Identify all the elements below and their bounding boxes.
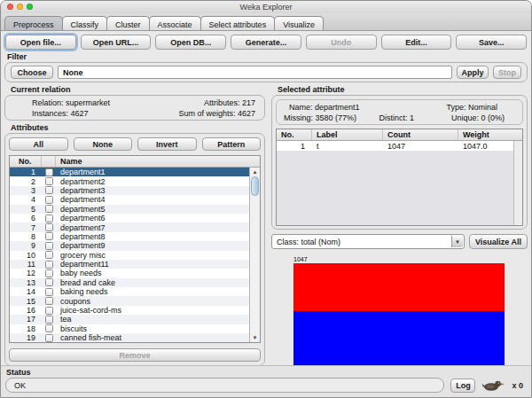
attribute-name: department4 bbox=[56, 195, 249, 204]
filter-title: Filter bbox=[7, 52, 531, 61]
filter-value-field[interactable]: None bbox=[58, 66, 452, 79]
attribute-checkbox[interactable] bbox=[42, 316, 56, 324]
toolbar-button[interactable]: Save... bbox=[456, 35, 527, 50]
attribute-row[interactable]: 12 baby needs bbox=[10, 269, 249, 277]
apply-filter-button[interactable]: Apply bbox=[457, 66, 489, 79]
tab[interactable]: Associate bbox=[149, 16, 201, 30]
window-title: Weka Explorer bbox=[240, 3, 293, 12]
column-header-name[interactable]: Name bbox=[56, 157, 260, 166]
close-window-button[interactable] bbox=[7, 4, 13, 10]
attribute-row[interactable]: 5 department5 bbox=[10, 205, 249, 214]
class-distribution-chart bbox=[293, 263, 505, 367]
attribute-name: grocery misc bbox=[56, 251, 249, 260]
attribute-row[interactable]: 3 department3 bbox=[10, 186, 249, 195]
attribute-row[interactable]: 16 juice-sat-cord-ms bbox=[10, 306, 249, 315]
attribute-checkbox[interactable] bbox=[42, 297, 56, 305]
choose-filter-button[interactable]: Choose bbox=[11, 66, 53, 79]
toolbar-button[interactable]: Open DB... bbox=[155, 35, 226, 50]
toolbar-button[interactable]: Undo bbox=[306, 35, 377, 50]
attribute-checkbox[interactable] bbox=[42, 205, 56, 213]
stop-filter-button[interactable]: Stop bbox=[493, 66, 521, 79]
attribute-select-button[interactable]: None bbox=[74, 137, 133, 151]
attribute-row[interactable]: 18 biscuits bbox=[10, 324, 249, 333]
column-header-no[interactable]: No. bbox=[10, 156, 42, 167]
status-message: OK bbox=[5, 378, 444, 393]
attribute-checkbox[interactable] bbox=[42, 251, 56, 259]
attribute-checkbox[interactable] bbox=[42, 288, 56, 296]
attribute-checkbox[interactable] bbox=[42, 278, 56, 286]
attribute-number: 4 bbox=[10, 195, 42, 204]
log-button[interactable]: Log bbox=[450, 378, 475, 393]
row-label: t bbox=[312, 142, 383, 151]
attribute-row[interactable]: 13 bread and cake bbox=[10, 278, 249, 287]
attribute-checkbox[interactable] bbox=[42, 261, 56, 269]
toolbar-button[interactable]: Edit... bbox=[381, 35, 452, 50]
attribute-row[interactable]: 6 department6 bbox=[10, 214, 249, 222]
scroll-down-icon[interactable]: ▼ bbox=[250, 333, 260, 342]
weka-bird-icon[interactable] bbox=[481, 378, 505, 392]
attribute-checkbox[interactable] bbox=[42, 177, 56, 185]
chevron-down-icon[interactable]: ▼ bbox=[451, 236, 463, 247]
column-header-count[interactable]: Count bbox=[383, 129, 458, 140]
attribute-row[interactable]: 2 department2 bbox=[10, 176, 249, 185]
attribute-row[interactable]: 11 department11 bbox=[10, 260, 249, 269]
attribute-checkbox[interactable] bbox=[42, 168, 56, 176]
class-dropdown[interactable]: Class: total (Nom) ▼ bbox=[271, 234, 465, 249]
attribute-checkbox[interactable] bbox=[42, 186, 56, 194]
attribute-row[interactable]: 19 canned fish-meat bbox=[10, 333, 249, 342]
attribute-stat-missing: Missing: 3580 (77%) bbox=[282, 113, 379, 122]
column-header-label[interactable]: Label bbox=[312, 129, 383, 140]
scroll-up-icon[interactable]: ▲ bbox=[250, 168, 260, 176]
tab[interactable]: Select attributes bbox=[200, 16, 276, 30]
attribute-row[interactable]: 7 department7 bbox=[10, 222, 249, 231]
attribute-checkbox[interactable] bbox=[42, 223, 56, 231]
attribute-stat-name: Name: department1 bbox=[282, 103, 379, 112]
attribute-name: department1 bbox=[56, 168, 249, 176]
attribute-checkbox[interactable] bbox=[42, 242, 56, 250]
attribute-checkbox[interactable] bbox=[42, 324, 56, 332]
attribute-select-button[interactable]: All bbox=[9, 137, 68, 151]
column-header-no[interactable]: No. bbox=[277, 129, 312, 140]
tab[interactable]: Cluster bbox=[106, 16, 150, 30]
attribute-row[interactable]: 15 coupons bbox=[10, 296, 249, 305]
tab-label: Visualize bbox=[283, 20, 315, 29]
window-titlebar[interactable]: Weka Explorer bbox=[1, 1, 531, 13]
column-header-weight[interactable]: Weight bbox=[458, 129, 522, 140]
attribute-name: bread and cake bbox=[56, 278, 249, 287]
minimize-window-button[interactable] bbox=[17, 4, 23, 10]
attribute-checkbox[interactable] bbox=[42, 307, 56, 315]
attribute-row[interactable]: 14 baking needs bbox=[10, 287, 249, 296]
visualize-all-button[interactable]: Visualize All bbox=[469, 234, 528, 249]
label-count-row[interactable]: 1 t 1047 1047.0 bbox=[277, 141, 522, 151]
attribute-row[interactable]: 17 tea bbox=[10, 315, 249, 324]
toolbar-button[interactable]: Open URL... bbox=[81, 35, 152, 50]
sum-of-weights: Sum of weights: 4627 bbox=[135, 109, 259, 118]
attribute-name: canned fish-meat bbox=[56, 333, 249, 342]
attribute-select-button[interactable]: Invert bbox=[137, 137, 197, 151]
attribute-checkbox[interactable] bbox=[42, 269, 56, 277]
attribute-name: department8 bbox=[56, 232, 249, 241]
attribute-row[interactable]: 4 department4 bbox=[10, 195, 249, 204]
attribute-row[interactable]: 9 department9 bbox=[10, 241, 249, 250]
tab[interactable]: Visualize bbox=[274, 16, 324, 30]
attribute-checkbox[interactable] bbox=[42, 196, 56, 204]
tab[interactable]: Classify bbox=[62, 16, 108, 30]
zoom-window-button[interactable] bbox=[27, 4, 33, 10]
attribute-row[interactable]: 10 grocery misc bbox=[10, 251, 249, 260]
label-counts-scrollbar[interactable] bbox=[513, 141, 522, 225]
toolbar-button[interactable]: Generate... bbox=[231, 35, 301, 50]
attribute-checkbox[interactable] bbox=[42, 334, 56, 342]
attribute-checkbox[interactable] bbox=[42, 232, 56, 240]
tab[interactable]: Preprocess bbox=[4, 16, 63, 30]
remove-attributes-button[interactable]: Remove bbox=[9, 348, 261, 362]
toolbar-button[interactable]: Open file... bbox=[5, 35, 76, 50]
column-header-checkbox[interactable] bbox=[42, 156, 56, 167]
attributes-scrollbar[interactable]: ▲ ▼ bbox=[249, 168, 260, 342]
scrollbar-thumb[interactable] bbox=[251, 176, 259, 196]
chart-wrap: 1047 bbox=[293, 256, 505, 367]
selected-attribute-panel: Name: department1 Type: Nominal Missing:… bbox=[271, 95, 528, 230]
attribute-row[interactable]: 8 department8 bbox=[10, 232, 249, 241]
attribute-select-button[interactable]: Pattern bbox=[202, 137, 262, 151]
attribute-checkbox[interactable] bbox=[42, 215, 56, 222]
attribute-row[interactable]: 1 department1 bbox=[10, 168, 249, 176]
